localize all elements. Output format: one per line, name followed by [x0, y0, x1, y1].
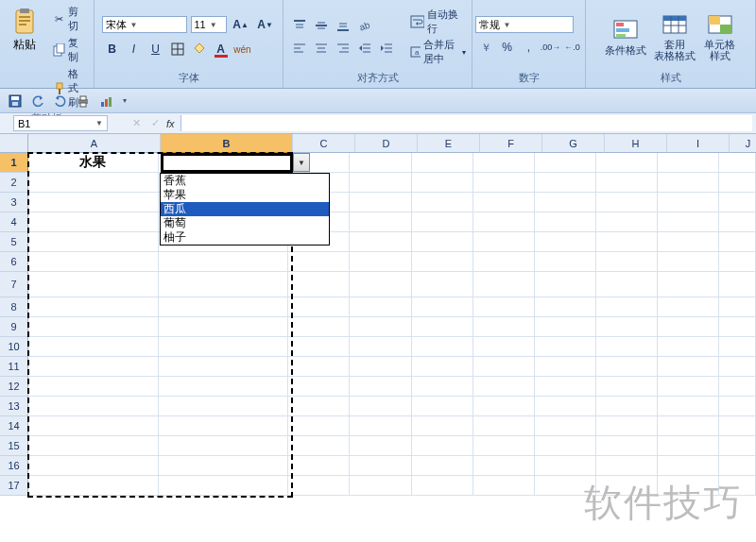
data-validation-dropdown-button[interactable]: ▼	[293, 153, 310, 172]
align-right-button[interactable]	[333, 38, 353, 59]
cell[interactable]	[535, 377, 596, 397]
cell[interactable]	[473, 357, 535, 377]
cell[interactable]	[535, 357, 596, 377]
cell[interactable]	[159, 252, 289, 272]
cell[interactable]	[596, 357, 658, 377]
cell[interactable]	[719, 317, 756, 337]
cell[interactable]	[473, 173, 535, 193]
cell[interactable]	[473, 337, 535, 357]
cell[interactable]	[159, 272, 289, 297]
cell[interactable]	[288, 252, 350, 272]
cell[interactable]	[473, 476, 535, 496]
col-header-A[interactable]: A	[28, 134, 161, 153]
row-header-16[interactable]: 16	[0, 456, 28, 476]
cell[interactable]	[596, 212, 658, 232]
cell[interactable]	[719, 153, 756, 173]
col-header-I[interactable]: I	[667, 134, 730, 153]
qat-customize-button[interactable]: ▾	[119, 92, 130, 110]
cell[interactable]	[28, 436, 159, 456]
cell[interactable]	[288, 436, 350, 456]
cell[interactable]	[658, 357, 719, 377]
cell[interactable]	[412, 272, 473, 297]
qat-chart-button[interactable]	[96, 92, 115, 110]
cell[interactable]	[350, 337, 411, 357]
cell[interactable]	[535, 212, 596, 232]
col-header-H[interactable]: H	[605, 134, 667, 153]
cell[interactable]	[28, 456, 159, 476]
col-header-F[interactable]: F	[480, 134, 542, 153]
cell[interactable]	[719, 272, 756, 297]
cell[interactable]	[28, 337, 159, 357]
cell[interactable]	[473, 456, 535, 476]
cell[interactable]	[658, 436, 719, 456]
cell[interactable]	[412, 252, 473, 272]
italic-button[interactable]: I	[124, 39, 145, 59]
cell[interactable]	[719, 232, 756, 252]
shrink-font-button[interactable]: A▼	[255, 14, 276, 35]
row-header-13[interactable]: 13	[0, 397, 28, 416]
cell[interactable]	[28, 397, 159, 416]
cell[interactable]	[412, 153, 473, 173]
cell[interactable]	[535, 153, 596, 173]
cell[interactable]	[596, 337, 658, 357]
accounting-format-button[interactable]: ￥	[475, 37, 496, 58]
cell[interactable]	[350, 173, 411, 193]
copy-button[interactable]: 复制	[51, 35, 88, 65]
cell[interactable]	[473, 272, 535, 297]
cancel-formula-button[interactable]: ✕	[127, 117, 146, 129]
orientation-button[interactable]: ab	[354, 15, 375, 36]
cell[interactable]	[159, 456, 289, 476]
cell[interactable]	[719, 297, 756, 317]
phonetic-button[interactable]: wén	[232, 39, 253, 59]
cell[interactable]	[658, 416, 719, 436]
cell[interactable]	[159, 436, 289, 456]
cell[interactable]	[288, 272, 350, 297]
cell[interactable]	[288, 476, 350, 496]
cell[interactable]	[535, 252, 596, 272]
cell[interactable]	[719, 436, 756, 456]
qat-undo-button[interactable]	[28, 92, 47, 110]
cell[interactable]	[288, 317, 350, 337]
dropdown-item[interactable]: 苹果	[161, 188, 329, 202]
row-header-3[interactable]: 3	[0, 193, 28, 212]
cell[interactable]	[596, 397, 658, 416]
row-header-15[interactable]: 15	[0, 436, 28, 456]
cell[interactable]	[350, 232, 411, 252]
cell[interactable]	[412, 212, 473, 232]
cell[interactable]	[412, 193, 473, 212]
font-size-combo[interactable]: 11▼	[191, 16, 227, 33]
dropdown-item[interactable]: 柚子	[161, 230, 329, 245]
cell[interactable]	[473, 317, 535, 337]
cell[interactable]	[658, 272, 719, 297]
cell[interactable]	[596, 416, 658, 436]
cell[interactable]	[28, 317, 159, 337]
cell[interactable]	[28, 416, 159, 436]
cell[interactable]	[28, 297, 159, 317]
formula-input[interactable]	[180, 115, 752, 131]
cut-button[interactable]: ✂剪切	[51, 4, 88, 34]
cell[interactable]	[350, 456, 411, 476]
cell[interactable]	[535, 297, 596, 317]
cell[interactable]	[412, 232, 473, 252]
cell[interactable]	[350, 153, 411, 173]
cell[interactable]	[473, 436, 535, 456]
merge-center-button[interactable]: a合并后居中▾	[410, 38, 466, 66]
increase-decimal-button[interactable]: .00→	[541, 37, 561, 58]
cell[interactable]	[473, 416, 535, 436]
worksheet-grid[interactable]: ABCDEFGHIJ 1234567891011121314151617 ▼ 香…	[0, 134, 756, 542]
cell[interactable]	[350, 193, 411, 212]
cell[interactable]	[350, 252, 411, 272]
cell[interactable]	[596, 232, 658, 252]
dropdown-item[interactable]: 香蕉	[161, 174, 329, 188]
cell[interactable]	[719, 456, 756, 476]
paste-button[interactable]: 粘贴	[6, 4, 43, 58]
col-header-D[interactable]: D	[355, 134, 418, 153]
cell[interactable]	[473, 212, 535, 232]
cell[interactable]	[658, 397, 719, 416]
cell[interactable]	[719, 377, 756, 397]
cell[interactable]	[28, 357, 159, 377]
align-middle-button[interactable]	[311, 15, 332, 36]
cell[interactable]	[28, 173, 159, 193]
cell[interactable]	[159, 337, 289, 357]
cell[interactable]	[596, 252, 658, 272]
